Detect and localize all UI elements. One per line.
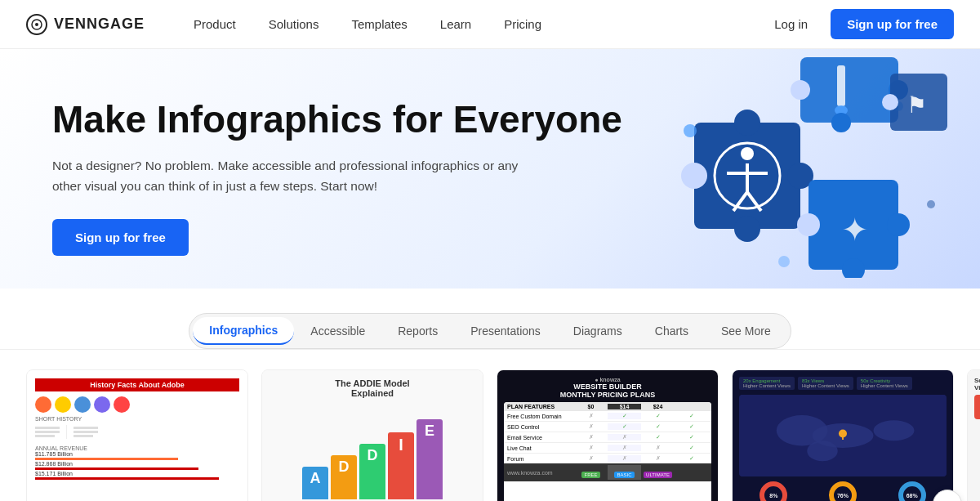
tabs: Infographics Accessible Reports Presenta… xyxy=(189,313,791,349)
tab-charts[interactable]: Charts xyxy=(639,317,705,345)
nav-solutions[interactable]: Solutions xyxy=(252,0,336,49)
card-education: School Project Timeline: Visu… ✎ 📋 ✕ xyxy=(967,369,980,501)
svg-point-34 xyxy=(874,421,915,441)
card-process: The ADDIE ModelExplained A D D I xyxy=(261,369,483,501)
tab-infographics[interactable]: Infographics xyxy=(193,317,294,345)
hero-section: Make Infographics for Everyone Not a des… xyxy=(0,49,980,289)
tab-diagrams[interactable]: Diagrams xyxy=(557,317,639,345)
signup-nav-button[interactable]: Sign up for free xyxy=(831,9,954,39)
nav-product[interactable]: Product xyxy=(177,0,252,49)
svg-rect-2 xyxy=(800,57,898,123)
card-image-process[interactable]: The ADDIE ModelExplained A D D I xyxy=(261,369,483,501)
svg-point-1 xyxy=(35,23,38,26)
svg-point-20 xyxy=(797,213,820,236)
card-image-comparison[interactable]: ● knowza WEBSITE BUILDERMONTHLY PRICING … xyxy=(497,369,719,501)
hero-subtitle: Not a designer? No problem. Make accessi… xyxy=(52,156,542,197)
chevron-right-icon: › xyxy=(945,497,949,501)
svg-point-14 xyxy=(741,147,754,160)
svg-point-7 xyxy=(831,113,851,132)
card-statistical: 20x EngagementHigher Content Views 83x V… xyxy=(732,369,954,501)
hero-title: Make Infographics for Everyone xyxy=(52,98,624,141)
tab-see-more[interactable]: See More xyxy=(705,317,787,345)
nav-links: Product Solutions Templates Learn Pricin… xyxy=(177,0,764,49)
signup-hero-button[interactable]: Sign up for free xyxy=(52,219,189,256)
navbar: VENNGAGE Product Solutions Templates Lea… xyxy=(0,0,980,49)
svg-point-24 xyxy=(684,124,697,137)
svg-point-9 xyxy=(681,163,707,189)
svg-point-27 xyxy=(778,256,790,267)
svg-point-26 xyxy=(927,200,935,208)
nav-pricing[interactable]: Pricing xyxy=(488,0,558,49)
svg-point-29 xyxy=(882,94,898,110)
logo[interactable]: VENNGAGE xyxy=(26,14,145,35)
svg-text:⚑: ⚑ xyxy=(906,92,927,118)
logo-icon xyxy=(26,14,47,35)
svg-rect-3 xyxy=(837,65,845,106)
logo-text: VENNGAGE xyxy=(54,16,145,33)
nav-learn[interactable]: Learn xyxy=(424,0,488,49)
card-comparison: ● knowza WEBSITE BUILDERMONTHLY PRICING … xyxy=(497,369,719,501)
hero-illustration: ✦ ⚑ xyxy=(645,57,956,278)
svg-text:✦: ✦ xyxy=(841,212,869,248)
svg-point-5 xyxy=(791,80,810,100)
puzzle-svg: ✦ ⚑ xyxy=(645,57,956,278)
cards-wrapper: History Facts About Adobe SHORT HISTORY xyxy=(26,369,954,501)
tab-reports[interactable]: Reports xyxy=(381,317,454,345)
svg-point-12 xyxy=(734,110,760,136)
hero-content: Make Infographics for Everyone Not a des… xyxy=(52,98,624,256)
card-image-education[interactable]: School Project Timeline: Visu… ✎ 📋 ✕ xyxy=(967,369,980,501)
tab-accessible[interactable]: Accessible xyxy=(294,317,381,345)
card-image-timeline[interactable]: History Facts About Adobe SHORT HISTORY xyxy=(26,369,248,501)
svg-point-35 xyxy=(807,441,838,462)
cards-section: History Facts About Adobe SHORT HISTORY xyxy=(0,350,980,501)
login-button[interactable]: Log in xyxy=(764,11,817,38)
tabs-container: Infographics Accessible Reports Presenta… xyxy=(0,313,980,350)
svg-point-22 xyxy=(887,213,910,236)
nav-templates[interactable]: Templates xyxy=(335,0,423,49)
nav-actions: Log in Sign up for free xyxy=(764,9,954,39)
card-image-statistical[interactable]: 20x EngagementHigher Content Views 83x V… xyxy=(732,369,954,501)
tab-presentations[interactable]: Presentations xyxy=(454,317,557,345)
svg-point-10 xyxy=(734,216,760,242)
card-timeline: History Facts About Adobe SHORT HISTORY xyxy=(26,369,248,501)
